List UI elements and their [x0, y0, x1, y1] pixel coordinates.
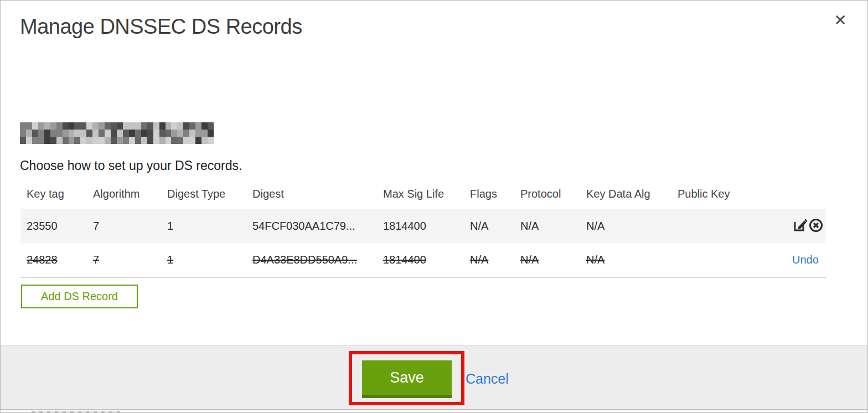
cell-algorithm: 7 — [93, 254, 99, 266]
cell-protocol: N/A — [520, 220, 539, 232]
col-header-key-data-alg: Key Data Alg — [580, 183, 671, 209]
col-header-max-sig-life: Max Sig Life — [377, 183, 464, 209]
col-header-public-key: Public Key — [671, 183, 786, 209]
close-icon[interactable]: ✕ — [830, 11, 850, 30]
cell-key-tag: 23550 — [27, 220, 58, 232]
dnssec-modal: Manage DNSSEC DS Records ✕ Choose how to… — [0, 0, 868, 413]
cell-key-tag: 24828 — [27, 254, 58, 266]
col-header-algorithm: Algorithm — [87, 183, 161, 209]
cell-digest-type: 1 — [167, 220, 173, 232]
cell-digest: 54FCF030AA1C79... — [252, 220, 355, 232]
col-header-protocol: Protocol — [514, 183, 580, 209]
page-title: Manage DNSSEC DS Records — [20, 15, 302, 39]
cell-flags: N/A — [470, 220, 488, 232]
edit-icon[interactable] — [792, 217, 808, 233]
save-button[interactable]: Save — [362, 360, 452, 398]
ds-records-table: Key tag Algorithm Digest Type Digest Max… — [20, 183, 826, 278]
cell-max-sig-life: 1814400 — [383, 254, 426, 266]
col-header-flags: Flags — [464, 183, 514, 209]
undo-link[interactable]: Undo — [792, 254, 822, 266]
cell-key-data-alg: N/A — [586, 254, 604, 266]
page-behind-modal — [1, 410, 868, 413]
table-header-row: Key tag Algorithm Digest Type Digest Max… — [20, 183, 826, 209]
col-header-digest: Digest — [246, 183, 377, 209]
cell-flags: N/A — [470, 254, 488, 266]
redacted-domain-name — [20, 122, 214, 144]
add-ds-record-button[interactable]: Add DS Record — [21, 285, 138, 308]
cell-digest: D4A33E8DD550A9... — [252, 254, 357, 266]
cell-max-sig-life: 1814400 — [383, 220, 426, 232]
delete-icon[interactable] — [808, 217, 824, 233]
page-behind-content — [32, 411, 120, 413]
cell-algorithm: 7 — [93, 220, 99, 232]
table-row-deleted: 24828 7 1 D4A33E8DD550A9... 1814400 N/A … — [20, 243, 826, 277]
col-header-actions — [786, 183, 826, 209]
cell-digest-type: 1 — [167, 254, 173, 266]
col-header-digest-type: Digest Type — [161, 183, 246, 209]
instruction-text: Choose how to set up your DS records. — [20, 158, 242, 173]
table-row: 23550 7 1 54FCF030AA1C79... 1814400 N/A … — [20, 209, 826, 243]
cancel-link[interactable]: Cancel — [466, 371, 509, 387]
cell-key-data-alg: N/A — [586, 220, 604, 232]
cell-protocol: N/A — [520, 254, 539, 266]
col-header-key-tag: Key tag — [20, 183, 87, 209]
